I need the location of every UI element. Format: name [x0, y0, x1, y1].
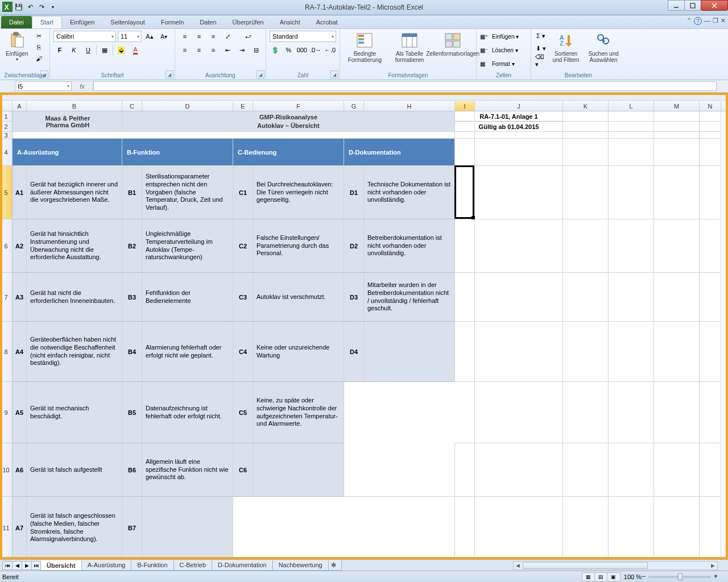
row-header-8[interactable]: 8: [0, 322, 12, 382]
sheet-tab-d-dokumentation[interactable]: D-Dokumentation: [212, 560, 273, 571]
ribbon-tab-formeln[interactable]: Formeln: [153, 16, 192, 28]
desc-d-2[interactable]: Betreiberdokumentation ist nicht vorhand…: [364, 219, 455, 273]
increase-font-icon[interactable]: A▴: [143, 31, 156, 42]
row-header-7[interactable]: 7: [0, 273, 12, 322]
desc-d-4[interactable]: [364, 322, 455, 382]
col-header-F[interactable]: F: [253, 101, 344, 111]
table-header-2[interactable]: C-Bedienung: [233, 139, 344, 166]
align-right-icon[interactable]: ≡: [207, 44, 220, 56]
col-header-M[interactable]: M: [654, 101, 700, 111]
code-a-6[interactable]: A6: [13, 443, 27, 497]
row-header-6[interactable]: 6: [0, 219, 12, 273]
col-header-B[interactable]: B: [27, 101, 122, 111]
select-all-corner[interactable]: [0, 101, 13, 111]
company-cell[interactable]: Maas & PeitherPharma GmbH: [13, 111, 122, 132]
align-bottom-icon[interactable]: ≡: [207, 31, 220, 42]
sheet-tab-übersicht[interactable]: Übersicht: [40, 560, 82, 571]
ribbon-tab-start[interactable]: Start: [32, 16, 62, 28]
save-icon[interactable]: 💾: [14, 2, 24, 12]
percent-icon[interactable]: %: [283, 44, 294, 56]
desc-a-3[interactable]: Gerät hat nicht die erforderlichen Innen…: [27, 273, 122, 322]
code-c-6[interactable]: C6: [233, 443, 253, 497]
col-header-I[interactable]: I: [455, 101, 475, 111]
desc-a-5[interactable]: Gerät ist mechanisch beschädigt.: [27, 382, 122, 443]
desc-b-1[interactable]: Sterilisationsparameter entsprechen nich…: [142, 166, 233, 219]
row-header-4[interactable]: 4: [0, 139, 12, 166]
fill-color-icon[interactable]: ⬙: [115, 44, 127, 56]
alignment-launcher-icon[interactable]: ◢: [257, 70, 264, 78]
sheet-tab-nachbewertung[interactable]: Nachbewertung: [272, 560, 329, 571]
ribbon-tab-seitenlayout[interactable]: Seitenlayout: [102, 16, 153, 28]
fill-icon[interactable]: ⬇ ▾: [535, 43, 547, 54]
desc-a-1[interactable]: Gerät hat bezüglich innerer und äußerer …: [27, 166, 122, 219]
col-header-N[interactable]: N: [700, 101, 721, 111]
fx-icon[interactable]: fx: [72, 81, 93, 91]
page-layout-view-icon[interactable]: ▤: [595, 573, 607, 581]
code-c-5[interactable]: C5: [233, 382, 253, 443]
desc-b-4[interactable]: Alarmierung fehlerhaft oder erfolgt nich…: [142, 322, 233, 382]
merge-icon[interactable]: ⊟: [250, 44, 262, 56]
zoom-level[interactable]: 100 %: [624, 573, 642, 580]
code-b-7[interactable]: B7: [122, 497, 142, 559]
code-a-3[interactable]: A3: [13, 273, 27, 322]
meta1-cell[interactable]: RA-7.1-01, Anlage 1: [455, 111, 563, 122]
align-center-icon[interactable]: ≡: [193, 44, 205, 56]
clear-icon[interactable]: ⌫ ▾: [535, 55, 547, 66]
desc-c-3[interactable]: Autoklav ist verschmutzt.: [253, 273, 344, 322]
font-size-combo[interactable]: 11: [118, 31, 142, 42]
new-sheet-icon[interactable]: ✻: [328, 560, 342, 571]
mdi-minimize-icon[interactable]: —: [704, 17, 710, 25]
decrease-decimal-icon[interactable]: ←.0: [324, 44, 336, 56]
desc-c-4[interactable]: Keine oder unzureichende Wartung: [253, 322, 344, 382]
code-d-1[interactable]: D1: [344, 166, 364, 219]
font-color-icon[interactable]: A: [129, 44, 142, 56]
name-box[interactable]: I5: [15, 81, 72, 91]
row-header-11[interactable]: 11: [0, 497, 12, 559]
blank-d-6[interactable]: [344, 443, 455, 497]
desc-d-3[interactable]: Mitarbeiter wurden in der Betreiberdokum…: [364, 273, 455, 322]
decrease-indent-icon[interactable]: ⇤: [221, 44, 234, 56]
col-header-K[interactable]: K: [563, 101, 609, 111]
copy-icon[interactable]: ⎘: [32, 41, 45, 53]
number-launcher-icon[interactable]: ◢: [330, 70, 338, 78]
desc-c-1[interactable]: Bei Durchreicheautoklaven: Die Türen ver…: [253, 166, 344, 219]
ribbon-tab-daten[interactable]: Daten: [192, 16, 224, 28]
row-header-2[interactable]: 2: [0, 122, 12, 132]
code-d-3[interactable]: D3: [344, 273, 364, 322]
col-header-C[interactable]: C: [122, 101, 142, 111]
code-a-7[interactable]: A7: [13, 497, 27, 559]
col-header-A[interactable]: A: [13, 101, 27, 111]
code-a-1[interactable]: A1: [13, 166, 27, 219]
ribbon-tab-überprüfen[interactable]: Überprüfen: [225, 16, 272, 28]
mdi-close-icon[interactable]: ✕: [721, 17, 726, 25]
file-tab[interactable]: Datei: [1, 16, 32, 28]
code-c-3[interactable]: C3: [233, 273, 253, 322]
desc-a-4[interactable]: Geräteoberflächen haben nicht die notwen…: [27, 322, 122, 382]
table-header-3[interactable]: D-Dokumentation: [344, 139, 455, 166]
col-header-E[interactable]: E: [233, 101, 253, 111]
format-painter-icon[interactable]: 🖌: [32, 53, 45, 64]
sheet-tab-c-betrieb[interactable]: C-Betrieb: [173, 560, 212, 571]
row-header-10[interactable]: 10: [0, 443, 12, 497]
underline-button[interactable]: U: [82, 44, 94, 56]
code-b-4[interactable]: B4: [122, 322, 142, 382]
row-header-5[interactable]: 5: [0, 166, 12, 219]
currency-icon[interactable]: 💲: [270, 44, 281, 56]
sheet-nav-prev-icon[interactable]: ◀: [12, 561, 22, 570]
desc-a-6[interactable]: Gerät ist falsch aufgestellt: [27, 443, 122, 497]
border-icon[interactable]: ▦: [98, 44, 111, 56]
col-header-L[interactable]: L: [609, 101, 654, 111]
row-header-3[interactable]: 3: [0, 132, 12, 139]
number-format-combo[interactable]: Standard: [270, 31, 336, 42]
code-d-2[interactable]: D2: [344, 219, 364, 273]
desc-b-2[interactable]: Ungleichmäßige Temperaturverteilung im A…: [142, 219, 233, 273]
sheet-nav-next-icon[interactable]: ▶: [22, 561, 32, 570]
horizontal-scrollbar[interactable]: ◀▶: [513, 561, 718, 570]
desc-b-7[interactable]: [142, 497, 233, 559]
bold-button[interactable]: F: [53, 44, 66, 56]
row3-spacer[interactable]: [13, 132, 455, 139]
formula-input[interactable]: [93, 81, 717, 91]
font-launcher-icon[interactable]: ◢: [166, 70, 173, 78]
code-b-6[interactable]: B6: [122, 443, 142, 497]
ribbon-tab-einfügen[interactable]: Einfügen: [62, 16, 102, 28]
